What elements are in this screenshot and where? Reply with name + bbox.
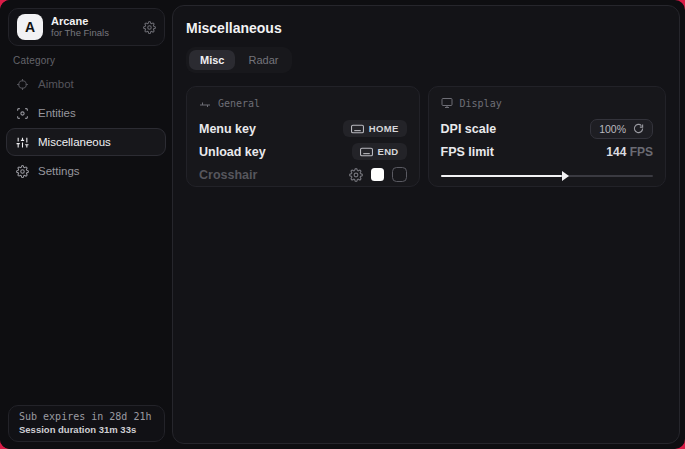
crosshair-icon: [16, 78, 29, 91]
fps-limit-unit: FPS: [630, 145, 653, 159]
refresh-icon[interactable]: [633, 123, 644, 134]
subscription-card: Sub expires in 28d 21h Session duration …: [8, 405, 165, 442]
sub-expiry-text: Sub expires in 28d 21h: [19, 411, 154, 422]
app-title: Arcane: [51, 15, 143, 28]
keyboard-icon: [351, 124, 364, 134]
fps-limit-label: FPS limit: [441, 145, 494, 159]
dpi-scale-label: DPI scale: [441, 122, 497, 136]
unload-key-row: Unload key END: [199, 140, 407, 163]
scan-icon: [16, 107, 29, 120]
dpi-scale-control[interactable]: 100%: [590, 119, 653, 139]
cards-row: General Menu key HOME Unload key: [186, 86, 666, 187]
brand-card: A Arcane for The Finals: [8, 8, 165, 46]
gear-icon[interactable]: [143, 21, 156, 34]
dpi-scale-value: 100%: [599, 123, 626, 135]
tab-group: Misc Radar: [186, 47, 292, 73]
sidebar-item-entities[interactable]: Entities: [6, 99, 166, 127]
card-title: Display: [460, 98, 502, 109]
keyboard-sliders-icon: [199, 97, 211, 109]
sidebar-item-miscellaneous[interactable]: Miscellaneous: [6, 128, 166, 156]
fps-limit-value: 144: [606, 145, 626, 159]
sidebar-item-aimbot[interactable]: Aimbot: [6, 70, 166, 98]
app-logo: A: [17, 14, 43, 40]
sidebar-nav: Aimbot Entities Miscellaneous: [6, 70, 166, 186]
unload-key-label: Unload key: [199, 145, 266, 159]
gear-icon: [16, 165, 29, 178]
keyboard-icon: [360, 147, 373, 157]
crosshair-row: Crosshair: [199, 163, 407, 186]
sidebar-item-label: Aimbot: [38, 78, 74, 90]
menu-key-label: Menu key: [199, 122, 256, 136]
category-label: Category: [13, 55, 55, 66]
crosshair-label: Crosshair: [199, 168, 257, 182]
crosshair-checkbox[interactable]: [392, 167, 407, 182]
crosshair-settings-gear-icon[interactable]: [349, 168, 363, 182]
tab-radar[interactable]: Radar: [237, 50, 289, 70]
app-subtitle: for The Finals: [51, 28, 143, 39]
menu-key-bind-button[interactable]: HOME: [343, 120, 407, 137]
sliders-icon: [16, 136, 29, 149]
fps-limit-row: FPS limit 144 FPS: [441, 140, 653, 163]
general-card: General Menu key HOME Unload key: [186, 86, 420, 187]
tab-misc[interactable]: Misc: [189, 50, 235, 70]
main-panel: Miscellaneous Misc Radar General Menu ke…: [172, 5, 680, 444]
dpi-scale-row: DPI scale 100%: [441, 117, 653, 140]
fps-limit-slider[interactable]: [441, 172, 653, 180]
slider-thumb[interactable]: [562, 171, 569, 181]
session-duration-text: Session duration 31m 33s: [19, 424, 154, 435]
sidebar-item-label: Miscellaneous: [38, 136, 111, 148]
display-card: Display DPI scale 100% FPS limit: [428, 86, 666, 187]
card-title: General: [218, 98, 260, 109]
page-title: Miscellaneous: [186, 20, 666, 36]
monitor-icon: [441, 97, 453, 109]
sidebar-item-label: Settings: [38, 165, 80, 177]
crosshair-color-swatch[interactable]: [371, 168, 384, 181]
sidebar: A Arcane for The Finals Category: [0, 0, 172, 449]
menu-key-row: Menu key HOME: [199, 117, 407, 140]
slider-fill: [441, 175, 562, 177]
sidebar-item-label: Entities: [38, 107, 76, 119]
sidebar-item-settings[interactable]: Settings: [6, 157, 166, 185]
unload-key-bind-button[interactable]: END: [352, 143, 407, 160]
app-window: A Arcane for The Finals Category: [0, 0, 685, 449]
